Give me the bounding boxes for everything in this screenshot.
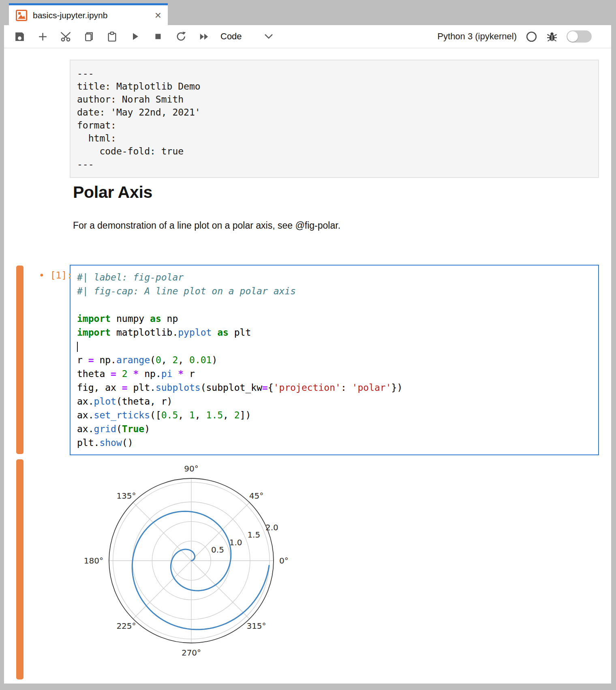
tab-title: basics-jupyter.ipynb <box>33 11 150 20</box>
toggle-knob <box>567 31 578 42</box>
insert-cell-button[interactable] <box>37 31 48 42</box>
run-button[interactable] <box>129 31 141 42</box>
svg-text:180°: 180° <box>84 556 103 566</box>
kernel-name[interactable]: Python 3 (ipykernel) <box>437 31 517 42</box>
code-cell-editor[interactable]: #| label: fig-polar#| fig-cap: A line pl… <box>70 265 599 455</box>
output-collapser-bar[interactable] <box>16 459 24 679</box>
raw-yaml-cell[interactable]: --- title: Matplotlib Demo author: Norah… <box>70 60 599 178</box>
run-all-cells-button[interactable] <box>199 31 210 42</box>
stop-icon <box>153 31 163 42</box>
svg-text:315°: 315° <box>246 621 266 631</box>
tab-close-icon[interactable]: × <box>155 10 161 21</box>
jupyter-window: basics-jupyter.ipynb × <box>0 0 616 690</box>
execution-count: • [1]: <box>39 270 73 281</box>
paste-icon <box>107 31 118 42</box>
svg-text:1.0: 1.0 <box>229 538 242 547</box>
raw-yaml-text: --- title: Matplotlib Demo author: Norah… <box>77 67 592 171</box>
svg-text:2.0: 2.0 <box>265 523 278 532</box>
debugger-bug-icon[interactable] <box>546 31 558 42</box>
markdown-heading: Polar Axis <box>73 183 152 202</box>
svg-text:1.5: 1.5 <box>247 530 260 540</box>
svg-text:90°: 90° <box>184 464 198 474</box>
output-cell-row: 0°45°90°135°180°225°270°315°0.51.01.52.0 <box>4 459 611 682</box>
main-pane: Code Python 3 (ipykernel) <box>4 25 611 684</box>
svg-text:135°: 135° <box>116 491 136 501</box>
code-cell-row: • [1]: #| label: fig-polar#| fig-cap: A … <box>4 265 611 455</box>
simple-mode-toggle[interactable] <box>567 30 592 43</box>
notebook-file-icon <box>15 9 28 21</box>
interrupt-kernel-button[interactable] <box>152 31 164 42</box>
markdown-paragraph: For a demonstration of a line plot on a … <box>73 220 340 231</box>
restart-icon <box>175 31 187 42</box>
svg-text:225°: 225° <box>116 621 136 631</box>
notebook-toolbar: Code Python 3 (ipykernel) <box>4 25 611 48</box>
cell-type-dropdown[interactable]: Code <box>220 31 274 42</box>
cut-cells-button[interactable] <box>60 31 71 42</box>
copy-icon <box>83 31 94 42</box>
cell-type-value: Code <box>220 31 242 42</box>
kernel-status-icon[interactable] <box>526 31 537 43</box>
plus-icon <box>37 31 48 42</box>
svg-text:45°: 45° <box>249 491 263 501</box>
scissors-icon <box>60 31 71 42</box>
cell-collapser-bar[interactable] <box>16 266 24 454</box>
save-icon <box>14 31 25 42</box>
polar-plot-output: 0°45°90°135°180°225°270°315°0.51.01.52.0 <box>70 459 305 680</box>
paste-cells-button[interactable] <box>106 31 118 42</box>
svg-text:0°: 0° <box>279 556 289 566</box>
run-icon <box>130 31 140 42</box>
save-button[interactable] <box>14 31 25 42</box>
svg-text:0.5: 0.5 <box>211 545 224 555</box>
svg-text:270°: 270° <box>182 648 201 658</box>
code-lines: #| label: fig-polar#| fig-cap: A line pl… <box>77 270 592 450</box>
run-all-icon <box>199 31 210 43</box>
chevron-down-icon <box>264 33 274 40</box>
restart-kernel-button[interactable] <box>175 31 187 42</box>
notebook-tab[interactable]: basics-jupyter.ipynb × <box>9 3 168 25</box>
copy-cells-button[interactable] <box>83 31 94 42</box>
tab-strip: basics-jupyter.ipynb × <box>0 0 616 25</box>
notebook-content: --- title: Matplotlib Demo author: Norah… <box>4 48 611 684</box>
